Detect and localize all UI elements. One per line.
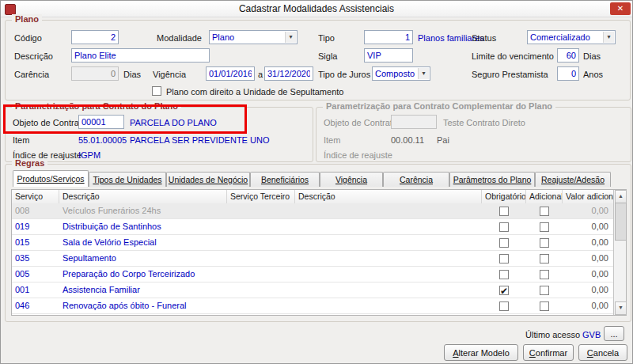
cell-servico: 035 bbox=[12, 251, 59, 267]
table-header: Serviço Descrição Serviço Terceiro Descr… bbox=[12, 190, 613, 204]
obrigatorio-checkbox[interactable] bbox=[499, 301, 509, 311]
carencia-label: Carência bbox=[14, 68, 49, 81]
limite-vencimento-input[interactable] bbox=[557, 48, 579, 63]
item-complementar-label: Item bbox=[324, 134, 340, 146]
ultimo-acesso-value: GVB bbox=[582, 328, 601, 341]
status-select[interactable]: Comercializado ▾ bbox=[527, 30, 616, 44]
cell-descricao: Renovação após óbito - Funeral bbox=[59, 298, 227, 314]
obrigatorio-checkbox[interactable] bbox=[499, 238, 509, 248]
codigo-label: Código bbox=[14, 32, 42, 44]
obrigatorio-checkbox[interactable] bbox=[499, 254, 509, 264]
table-row[interactable]: 015 Sala de Velório Especial 0,00 bbox=[12, 235, 613, 251]
adicional-checkbox[interactable] bbox=[540, 207, 549, 216]
table-row[interactable]: 019 Distribuição de Santinhos 0,00 bbox=[12, 219, 613, 235]
col-header-descricao[interactable]: Descrição bbox=[59, 190, 227, 203]
obrigatorio-checkbox[interactable] bbox=[499, 207, 509, 216]
adicional-checkbox[interactable] bbox=[540, 270, 549, 279]
ultimo-acesso-label: Último acesso bbox=[525, 328, 580, 341]
sigla-input[interactable] bbox=[364, 48, 413, 63]
col-header-valor-adicional[interactable]: Valor adicional bbox=[563, 190, 613, 203]
table-row[interactable]: 005 Preparação do Corpo Terceirizado 0,0… bbox=[12, 267, 613, 282]
obrigatorio-checkbox[interactable] bbox=[499, 270, 509, 279]
table-row[interactable]: 046 Renovação após óbito - Funeral 0,00 bbox=[12, 298, 613, 314]
adicional-checkbox[interactable] bbox=[540, 254, 549, 264]
cell-adicional bbox=[526, 298, 563, 314]
alterar-modelo-button[interactable]: Alterar Modelo bbox=[444, 344, 518, 361]
cell-descricao-terceiro bbox=[295, 267, 482, 282]
table-row[interactable]: 001 Assistencia Familiar 0,00 bbox=[12, 282, 613, 298]
indice-reajuste-complementar-label: Índice de reajuste bbox=[324, 149, 392, 161]
cancelar-button[interactable]: Cancela bbox=[578, 344, 627, 361]
cell-valor-adicional: 0,00 bbox=[563, 235, 613, 251]
col-header-descricao-terceiro[interactable]: Descrição bbox=[295, 190, 482, 203]
obrigatorio-checkbox[interactable] bbox=[499, 286, 509, 295]
titlebar: Cadastrar Modalidades Assistenciais ✕ bbox=[1, 1, 632, 17]
descricao-input[interactable] bbox=[71, 48, 210, 63]
vigencia-start-input[interactable] bbox=[206, 66, 255, 81]
plano-group-title: Plano bbox=[12, 14, 42, 24]
cell-servico: 046 bbox=[12, 298, 59, 314]
scroll-thumb[interactable] bbox=[615, 203, 627, 241]
tab-reajuste-adesao[interactable]: Reajuste/Adesão bbox=[535, 172, 611, 187]
obrigatorio-checkbox[interactable] bbox=[499, 222, 509, 232]
tab-unidades-de-negocio[interactable]: Unidades de Negócio bbox=[166, 172, 250, 187]
col-header-obrigatorio[interactable]: Obrigatório bbox=[482, 190, 526, 203]
contrato-plano-group-title: Parametrização para Contrato do Plano bbox=[12, 101, 181, 111]
dropdown-arrow-icon: ▾ bbox=[418, 68, 429, 79]
sepultamento-checkbox[interactable] bbox=[152, 86, 161, 96]
limite-vencimento-label: Limite do vencimento bbox=[472, 50, 554, 63]
descricao-label: Descrição bbox=[14, 50, 53, 63]
cell-obrigatorio bbox=[482, 235, 526, 251]
cell-descricao-terceiro bbox=[295, 203, 482, 219]
tab-carencia[interactable]: Carência bbox=[383, 172, 449, 187]
cell-valor-adicional: 0,00 bbox=[563, 282, 613, 298]
modalidade-value: Plano bbox=[212, 32, 234, 44]
tab-vigencia[interactable]: Vigência bbox=[320, 172, 383, 187]
objeto-contrato-complementar-desc: Teste Contrato Direto bbox=[443, 116, 525, 129]
cell-descricao: Sala de Velório Especial bbox=[59, 235, 227, 251]
adicional-checkbox[interactable] bbox=[540, 222, 549, 232]
tab-produtos-servicos[interactable]: Produtos/Serviços bbox=[13, 170, 89, 187]
objeto-contrato-input[interactable] bbox=[78, 115, 124, 129]
col-header-servico-terceiro[interactable]: Serviço Terceiro bbox=[227, 190, 295, 203]
item-label: Item bbox=[13, 134, 29, 146]
codigo-input[interactable] bbox=[71, 30, 119, 44]
cell-adicional bbox=[526, 282, 563, 298]
modalidade-select[interactable]: Plano ▾ bbox=[209, 30, 298, 44]
scroll-down-button[interactable]: ▼ bbox=[615, 301, 627, 315]
status-label: Status bbox=[472, 32, 496, 44]
tipo-input[interactable] bbox=[364, 30, 413, 44]
cell-servico-terceiro bbox=[227, 203, 295, 219]
objeto-contrato-complementar-input bbox=[391, 115, 437, 129]
vigencia-end-input[interactable] bbox=[264, 66, 313, 81]
cell-descricao: Distribuição de Santinhos bbox=[59, 219, 227, 235]
col-header-adicional[interactable]: Adicional bbox=[526, 190, 563, 203]
scroll-up-button[interactable]: ▲ bbox=[615, 190, 627, 203]
cell-servico-terceiro bbox=[227, 298, 295, 314]
close-button[interactable]: ✕ bbox=[610, 2, 631, 15]
seguro-prestamista-input[interactable] bbox=[557, 66, 579, 81]
adicional-checkbox[interactable] bbox=[540, 238, 549, 248]
cell-descricao-terceiro bbox=[295, 298, 482, 314]
cell-descricao: Sepultamento bbox=[59, 251, 227, 267]
table-row[interactable]: 035 Sepultamento 0,00 bbox=[12, 251, 613, 267]
tipo-juros-select[interactable]: Composto ▾ bbox=[372, 66, 430, 81]
adicional-checkbox[interactable] bbox=[540, 301, 549, 311]
confirmar-button[interactable]: Confirmar bbox=[523, 344, 574, 361]
cell-adicional bbox=[526, 203, 563, 219]
cell-obrigatorio bbox=[482, 203, 526, 219]
tab-tipos-de-unidades[interactable]: Tipos de Unidades bbox=[89, 172, 166, 187]
table-row[interactable]: 008 Veículos Funerários 24hs 0,00 bbox=[12, 203, 613, 219]
adicional-checkbox[interactable] bbox=[540, 286, 549, 295]
tipo-juros-value: Composto bbox=[375, 68, 415, 80]
table-scrollbar: ▲ ▼ bbox=[613, 190, 626, 315]
col-header-servico[interactable]: Serviço bbox=[12, 190, 59, 203]
vigencia-separator: a bbox=[258, 68, 263, 81]
contrato-complementar-group: Parametrização para Contrato Complementa… bbox=[316, 107, 631, 162]
seguro-prestamista-suffix: Anos bbox=[583, 68, 603, 81]
cell-adicional bbox=[526, 267, 563, 282]
item-desc: PARCELA SER PREVIDENTE UNO bbox=[130, 134, 269, 146]
tab-beneficiarios[interactable]: Beneficiários bbox=[250, 172, 320, 187]
ultimo-acesso-browse-button[interactable]: ... bbox=[604, 326, 624, 341]
tab-parametros-do-plano[interactable]: Parâmetros do Plano bbox=[449, 172, 535, 187]
